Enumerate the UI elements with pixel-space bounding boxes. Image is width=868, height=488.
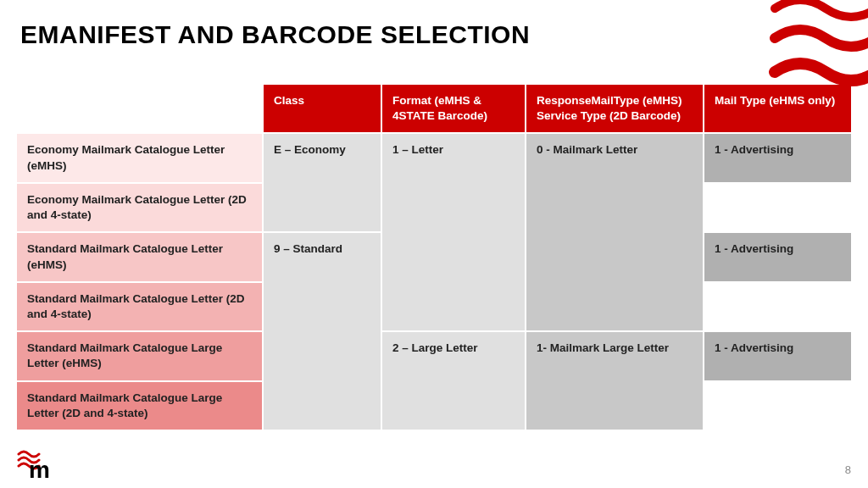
header-class: Class <box>263 85 381 133</box>
cell-class-economy: E – Economy <box>263 133 381 232</box>
cell-mail-adv: 1 - Advertising <box>704 331 851 380</box>
row-label: Standard Mailmark Catalogue Large Letter… <box>17 381 263 430</box>
cell-mail-adv: 1 - Advertising <box>704 133 851 182</box>
table-row: Economy Mailmark Catalogue Letter (eMHS)… <box>17 133 851 182</box>
logo-icon: m <box>17 449 59 480</box>
row-label: Economy Mailmark Catalogue Letter (2D an… <box>17 183 263 232</box>
header-response: ResponseMailType (eMHS) Service Type (2D… <box>526 85 704 133</box>
row-label: Standard Mailmark Catalogue Large Letter… <box>17 331 263 380</box>
page-title: EMANIFEST AND BARCODE SELECTION <box>0 0 868 49</box>
selection-table: Class Format (eMHS & 4STATE Barcode) Res… <box>17 85 851 430</box>
page-number: 8 <box>845 463 851 476</box>
svg-text:m: m <box>29 457 50 480</box>
cell-mail-adv: 1 - Advertising <box>704 232 851 281</box>
header-row: Class Format (eMHS & 4STATE Barcode) Res… <box>17 85 851 133</box>
header-mailtype: Mail Type (eHMS only) <box>704 85 851 133</box>
cell-empty <box>704 381 851 430</box>
cell-empty <box>704 282 851 331</box>
header-blank <box>17 85 263 133</box>
row-label: Standard Mailmark Catalogue Letter (2D a… <box>17 282 263 331</box>
cell-empty <box>704 183 851 232</box>
cell-class-standard: 9 – Standard <box>263 232 381 430</box>
table-row: Standard Mailmark Catalogue Large Letter… <box>17 331 851 380</box>
cell-response-letter: 0 - Mailmark Letter <box>526 133 704 331</box>
cell-format-large: 2 – Large Letter <box>381 331 526 430</box>
row-label: Economy Mailmark Catalogue Letter (eMHS) <box>17 133 263 182</box>
cell-format-letter: 1 – Letter <box>381 133 526 331</box>
row-label: Standard Mailmark Catalogue Letter (eHMS… <box>17 232 263 281</box>
cell-response-large: 1- Mailmark Large Letter <box>526 331 704 430</box>
header-format: Format (eMHS & 4STATE Barcode) <box>381 85 526 133</box>
